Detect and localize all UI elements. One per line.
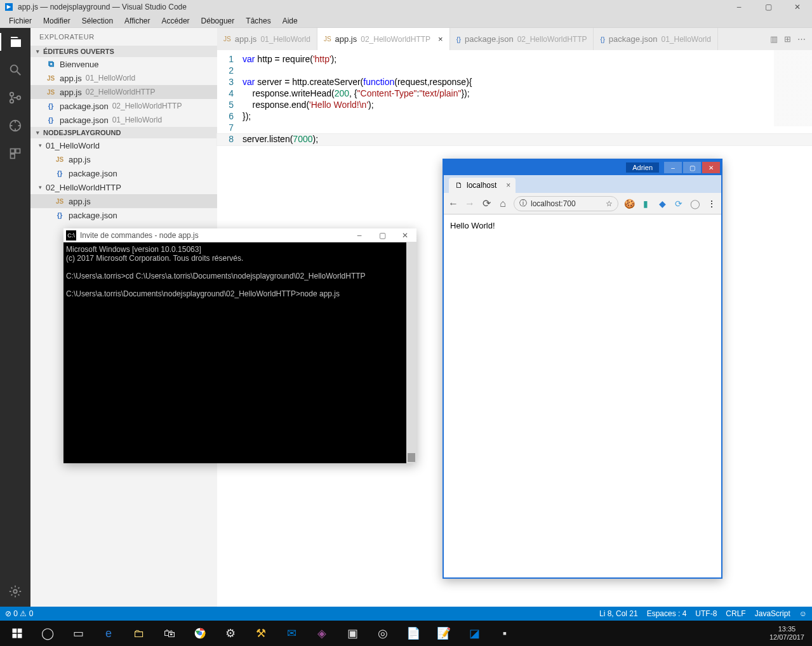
info-icon[interactable]: ⓘ (519, 198, 527, 209)
debug-icon[interactable] (6, 117, 24, 135)
chrome-minimize[interactable]: – (664, 162, 682, 173)
code-line[interactable]: 8server.listen(7000); (217, 134, 812, 145)
code-line[interactable]: 5 response.end('Hello World!\n'); (217, 100, 812, 111)
status-problems[interactable]: ⊘ 0 ⚠ 0 (5, 609, 33, 618)
reload-icon[interactable]: ⟳ (481, 197, 492, 209)
code-line[interactable]: 7 (217, 122, 812, 134)
app-icon-2[interactable]: ⚒ (246, 621, 276, 646)
code-line[interactable]: 1var http = require('http'); (217, 54, 812, 65)
status-item[interactable]: Espaces : 4 (647, 609, 687, 618)
file-explorer-icon[interactable]: 🗀 (124, 621, 154, 646)
home-icon[interactable]: ⌂ (497, 198, 509, 209)
chrome-tab[interactable]: 🗋 localhost × (449, 178, 516, 193)
status-item[interactable]: Li 8, Col 21 (599, 609, 638, 618)
open-editor-item[interactable]: ⧉Bienvenue (30, 57, 217, 71)
settings-icon[interactable] (6, 583, 24, 600)
scm-icon[interactable] (6, 89, 24, 107)
open-editor-item[interactable]: {}package.json01_HelloWorld (30, 113, 217, 127)
cmd-body[interactable]: Microsoft Windows [version 10.0.15063] (… (63, 242, 416, 463)
explorer-icon[interactable] (0, 33, 30, 51)
file-item[interactable]: JSapp.js (30, 152, 217, 166)
code-line[interactable]: 4 response.writeHead(200, {"Content-Type… (217, 88, 812, 100)
status-item[interactable]: JavaScript (755, 609, 790, 618)
cmd-minimize[interactable]: – (348, 231, 371, 240)
chrome-taskbar-icon[interactable] (185, 621, 215, 646)
editor-action-1[interactable]: ⊞ (784, 34, 791, 44)
app-icon-3[interactable]: ▣ (338, 621, 367, 646)
ext-icon-2[interactable]: ▮ (640, 198, 651, 209)
code-line[interactable]: 3var server = http.createServer(function… (217, 77, 812, 88)
status-item[interactable]: ☺ (799, 609, 807, 618)
chrome-user[interactable]: Adrien (626, 162, 659, 173)
cmd-window[interactable]: C:\ Invite de commandes - node app.js – … (63, 228, 416, 463)
status-item[interactable]: UTF-8 (695, 609, 717, 618)
search-icon[interactable] (6, 61, 24, 79)
cmd-maximize[interactable]: ▢ (371, 231, 394, 240)
app-icon-5[interactable]: 📄 (399, 621, 428, 646)
ext-icon-3[interactable]: ◆ (656, 198, 668, 209)
editor-tab[interactable]: {}package.json01_HelloWorld (594, 28, 717, 50)
menu-accéder[interactable]: Accéder (157, 15, 195, 27)
visualstudio-icon[interactable]: ◈ (307, 621, 336, 646)
folder-item[interactable]: 02_HelloWorldHTTP (30, 180, 217, 194)
editor-tab[interactable]: JSapp.js01_HelloWorld (217, 28, 317, 50)
editor-tab[interactable]: JSapp.js02_HelloWorldHTTP× (317, 28, 450, 50)
minimize-button[interactable]: – (724, 0, 754, 14)
back-icon[interactable]: ← (448, 198, 459, 209)
store-icon[interactable]: 🛍 (155, 621, 184, 646)
vscode-taskbar-icon[interactable]: ◪ (460, 621, 489, 646)
taskview-icon[interactable]: ▭ (63, 621, 93, 646)
open-editors-header[interactable]: ÉDITEURS OUVERTS (30, 46, 217, 57)
cmd-taskbar-icon[interactable]: ▪ (490, 621, 519, 646)
file-item[interactable]: {}package.json (30, 208, 217, 222)
address-bar[interactable]: ⓘ localhost:700 ☆ (514, 196, 618, 211)
system-tray[interactable]: 13:35 12/07/2017 (769, 625, 809, 642)
forward-icon[interactable]: → (464, 198, 476, 209)
code-line[interactable]: 6}); (217, 111, 812, 122)
app-icon-1[interactable]: ⚙ (216, 621, 245, 646)
cortana-icon[interactable]: ◯ (33, 621, 62, 646)
outlook-icon[interactable]: ✉ (277, 621, 306, 646)
star-icon[interactable]: ☆ (606, 199, 613, 208)
chrome-menu-icon[interactable]: ⋮ (706, 198, 717, 209)
editor-action-2[interactable]: ⋯ (797, 34, 806, 44)
status-item[interactable]: CRLF (726, 609, 745, 618)
open-editor-item[interactable]: JSapp.js02_HelloWorldHTTP (30, 85, 217, 99)
ext-icon-5[interactable]: ◯ (689, 198, 701, 209)
chrome-window[interactable]: Adrien – ▢ ✕ 🗋 localhost × ← → ⟳ ⌂ ⓘ loc… (443, 159, 722, 579)
menu-déboguer[interactable]: Déboguer (196, 15, 240, 27)
chrome-maximize[interactable]: ▢ (683, 162, 701, 173)
code-line[interactable]: 2 (217, 65, 812, 77)
menu-aide[interactable]: Aide (277, 15, 303, 27)
file-item[interactable]: {}package.json (30, 166, 217, 180)
edge-icon[interactable]: e (94, 621, 123, 646)
cmd-close[interactable]: ✕ (394, 231, 416, 240)
workspace-header[interactable]: NODEJSPLAYGROUND (30, 127, 217, 138)
menu-modifier[interactable]: Modifier (38, 15, 76, 27)
maximize-button[interactable]: ▢ (754, 0, 783, 14)
chrome-close[interactable]: ✕ (702, 162, 720, 173)
menu-tâches[interactable]: Tâches (241, 15, 276, 27)
folder-item[interactable]: 01_HelloWorld (30, 138, 217, 152)
chrome-tab-close[interactable]: × (506, 181, 510, 190)
tab-close-icon[interactable]: × (438, 34, 443, 44)
cmd-titlebar[interactable]: C:\ Invite de commandes - node app.js – … (63, 228, 416, 242)
extensions-icon[interactable] (6, 145, 24, 162)
open-editor-item[interactable]: {}package.json02_HelloWorldHTTP (30, 99, 217, 113)
editor-tab[interactable]: {}package.json02_HelloWorldHTTP (450, 28, 594, 50)
open-editor-item[interactable]: JSapp.js01_HelloWorld (30, 71, 217, 85)
app-icon-4[interactable]: ◎ (368, 621, 397, 646)
start-button[interactable] (3, 621, 32, 646)
ext-icon-4[interactable]: ⟳ (673, 198, 684, 209)
editor-action-0[interactable]: ▥ (770, 34, 778, 44)
app-icon-6[interactable]: 📝 (429, 621, 458, 646)
menu-fichier[interactable]: Fichier (4, 15, 37, 27)
file-item[interactable]: JSapp.js (30, 194, 217, 208)
ext-icon-1[interactable]: 🍪 (623, 198, 635, 209)
minimap[interactable] (774, 50, 812, 126)
chrome-frame[interactable]: Adrien – ▢ ✕ (444, 160, 721, 175)
menu-sélection[interactable]: Sélection (77, 15, 118, 27)
menu-afficher[interactable]: Afficher (119, 15, 155, 27)
cmd-scrollbar[interactable] (406, 242, 416, 463)
close-button[interactable]: ✕ (783, 0, 812, 14)
